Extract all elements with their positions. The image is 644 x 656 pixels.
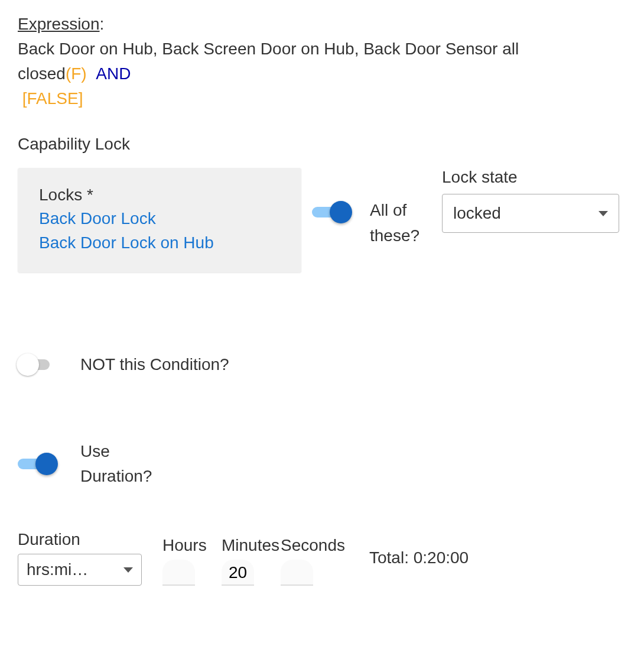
hours-field: Hours [162, 536, 219, 586]
minutes-input[interactable] [222, 560, 254, 586]
all-of-these-label: All of these? [370, 197, 429, 249]
expression-label: Expression [18, 15, 100, 33]
all-of-these-group: All of these? [312, 168, 429, 249]
expression-f: (F) [66, 64, 87, 83]
chevron-down-icon [599, 211, 608, 216]
not-condition-row: NOT this Condition? [18, 355, 626, 374]
expression-and: AND [96, 64, 131, 83]
expression-text: Back Door on Hub, Back Screen Door on Hu… [18, 40, 519, 83]
use-duration-toggle[interactable] [18, 455, 59, 473]
lock-item: Back Door Lock on Hub [39, 231, 280, 255]
locks-row: Locks * Back Door Lock Back Door Lock on… [18, 168, 626, 272]
chevron-down-icon [123, 567, 133, 573]
seconds-input[interactable] [281, 560, 313, 586]
duration-format-select[interactable]: hrs:mi… [18, 554, 142, 586]
locks-title: Locks * [39, 186, 280, 204]
duration-total: Total: 0:20:00 [369, 548, 469, 567]
not-condition-toggle[interactable] [18, 356, 59, 374]
lock-state-label: Lock state [442, 168, 619, 187]
duration-format-field: Duration hrs:mi… [18, 530, 160, 586]
seconds-field: Seconds [281, 536, 337, 586]
minutes-label: Minutes [222, 536, 278, 555]
lock-item: Back Door Lock [39, 207, 280, 231]
minutes-field: Minutes [222, 536, 278, 586]
hours-input[interactable] [162, 560, 195, 586]
duration-format-value: hrs:mi… [27, 560, 88, 579]
all-of-these-toggle[interactable] [312, 203, 353, 221]
lock-state-field: Lock state locked [442, 168, 619, 233]
expression-false: [FALSE] [22, 89, 83, 108]
capability-title: Capability Lock [18, 135, 626, 154]
lock-state-value: locked [453, 204, 501, 223]
seconds-label: Seconds [281, 536, 337, 555]
duration-label: Duration [18, 530, 160, 549]
duration-grid: Duration hrs:mi… Hours Minutes Seconds T… [18, 530, 626, 586]
expression-colon: : [100, 15, 105, 33]
duration-total-prefix: Total: [369, 548, 414, 567]
lock-state-select[interactable]: locked [442, 194, 619, 233]
duration-total-value: 0:20:00 [414, 548, 469, 567]
not-condition-label: NOT this Condition? [80, 355, 229, 374]
use-duration-label: Use Duration? [80, 439, 151, 489]
hours-label: Hours [162, 536, 219, 555]
expression-block: Expression: Back Door on Hub, Back Scree… [18, 12, 626, 111]
locks-selector[interactable]: Locks * Back Door Lock Back Door Lock on… [18, 168, 301, 272]
use-duration-row: Use Duration? [18, 439, 626, 489]
